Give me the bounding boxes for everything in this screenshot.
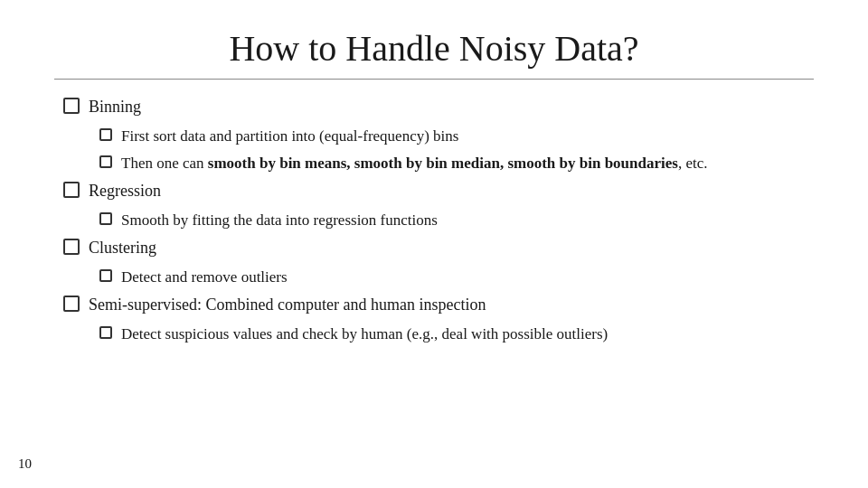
bullet-binning xyxy=(63,98,80,114)
bullet-semi-sub1 xyxy=(99,326,112,339)
list-item-semi: Semi-supervised: Combined computer and h… xyxy=(63,294,814,316)
text-binning: Binning xyxy=(89,96,141,118)
list-item-binning-sub1: First sort data and partition into (equa… xyxy=(99,126,814,147)
bullet-regression-sub1 xyxy=(99,212,112,225)
bullet-binning-sub1 xyxy=(99,128,112,141)
bullet-regression xyxy=(63,182,80,198)
slide: How to Handle Noisy Data? Binning First … xyxy=(0,0,868,488)
text-semi-sub1: Detect suspicious values and check by hu… xyxy=(121,324,608,345)
list-item-clustering-sub1: Detect and remove outliers xyxy=(99,267,814,288)
list-item-binning-sub2: Then one can smooth by bin means, smooth… xyxy=(99,153,814,174)
list-item-regression: Regression xyxy=(63,180,814,202)
bold-text-smooth: smooth by bin means, smooth by bin media… xyxy=(208,155,678,172)
slide-title: How to Handle Noisy Data? xyxy=(54,27,814,70)
bullet-binning-sub2 xyxy=(99,155,112,168)
text-regression: Regression xyxy=(89,180,161,202)
text-clustering-sub1: Detect and remove outliers xyxy=(121,267,288,288)
bullet-clustering-sub1 xyxy=(99,269,112,282)
text-semi: Semi-supervised: Combined computer and h… xyxy=(89,294,486,316)
list-item-semi-sub1: Detect suspicious values and check by hu… xyxy=(99,324,814,345)
bullet-semi xyxy=(63,296,80,312)
text-regression-sub1: Smooth by fitting the data into regressi… xyxy=(121,210,438,231)
content-area: Binning First sort data and partition in… xyxy=(54,96,814,345)
page-number: 10 xyxy=(18,456,32,472)
text-binning-sub1: First sort data and partition into (equa… xyxy=(121,126,458,147)
bullet-clustering xyxy=(63,239,80,255)
list-item-binning: Binning xyxy=(63,96,814,118)
list-item-clustering: Clustering xyxy=(63,237,814,259)
text-clustering: Clustering xyxy=(89,237,156,259)
divider xyxy=(54,79,814,80)
text-binning-sub2: Then one can smooth by bin means, smooth… xyxy=(121,153,707,174)
list-item-regression-sub1: Smooth by fitting the data into regressi… xyxy=(99,210,814,231)
